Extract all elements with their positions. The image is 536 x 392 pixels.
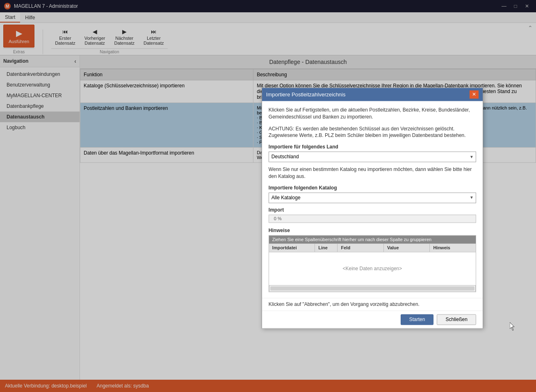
grid-col-importdatei: Importdatei <box>269 244 315 252</box>
dialog-grid: Ziehen Sie eine Spaltenüberschrift hierh… <box>269 235 476 292</box>
grid-col-value: Value <box>384 244 430 252</box>
dialog-footer-text: Klicken Sie auf "Abbrechen", um den Vorg… <box>262 298 483 310</box>
dialog-catalog-select-wrap: Alle Kataloge ▼ <box>269 192 476 203</box>
dialog-country-select[interactable]: Deutschland <box>269 152 476 162</box>
grid-col-line: Line <box>315 244 338 252</box>
dialog-scrollbar-track <box>270 286 474 290</box>
dialog-main-description: Klicken Sie auf Fertigstellen, um die ak… <box>269 107 476 121</box>
dialog-catalog-instruction: Wenn Sie nur einen bestimmten Katalog ne… <box>269 166 476 180</box>
dialog-grid-body: <Keine Daten anzuzeigen> <box>269 252 476 285</box>
dialog-progress-bar-wrap: 0 % <box>269 214 476 223</box>
starten-button[interactable]: Starten <box>401 314 434 325</box>
dialog-body: Klicken Sie auf Fertigstellen, um die ak… <box>262 101 483 298</box>
dialog-catalog-label: Importiere folgenden Katalog <box>269 185 476 191</box>
dialog-grid-header: Ziehen Sie eine Spaltenüberschrift hierh… <box>269 235 476 244</box>
dialog-notes-label: Hinweise <box>269 228 476 233</box>
dialog-country-select-wrap: Deutschland ▼ <box>269 152 476 162</box>
dialog-close-button[interactable]: ✕ <box>470 90 479 98</box>
dialog: Importiere Postleitzahlverzeichnis ✕ Kli… <box>262 87 483 328</box>
dialog-import-label: Import <box>269 207 476 213</box>
dialog-scrollbar[interactable] <box>269 285 476 292</box>
dialog-titlebar: Importiere Postleitzahlverzeichnis ✕ <box>262 88 483 101</box>
dialog-catalog-select[interactable]: Alle Kataloge <box>269 192 476 203</box>
dialog-country-label: Importiere für folgendes Land <box>269 144 476 150</box>
dialog-progress-text: 0 % <box>274 216 282 221</box>
dialog-title: Importiere Postleitzahlverzeichnis <box>266 91 346 98</box>
dialog-footer-buttons: Starten Schließen <box>262 310 483 328</box>
dialog-warning-description: ACHTUNG: Es werden alle bestehenden Schl… <box>269 125 476 139</box>
grid-col-feld: Feld <box>338 244 383 252</box>
dialog-grid-cols: Importdatei Line Feld Value Hinweis <box>269 244 476 252</box>
dialog-overlay[interactable]: Importiere Postleitzahlverzeichnis ✕ Kli… <box>0 0 536 392</box>
schliessen-button[interactable]: Schließen <box>437 314 476 325</box>
grid-col-hinweis: Hinweis <box>430 244 475 252</box>
